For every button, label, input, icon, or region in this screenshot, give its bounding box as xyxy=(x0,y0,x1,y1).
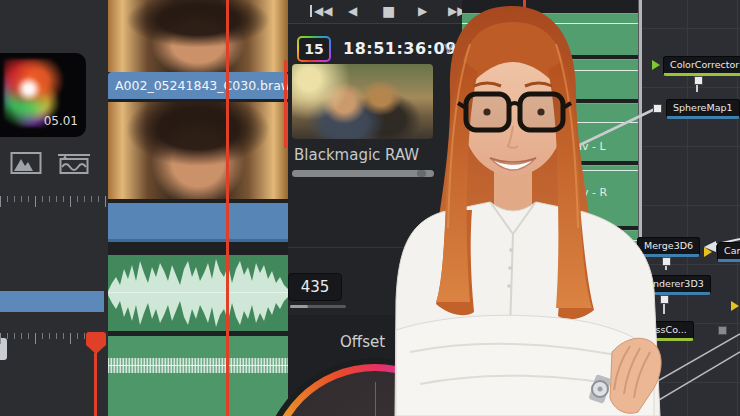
node-input-yellow-icon[interactable] xyxy=(704,247,712,257)
parameter-value-box[interactable]: 435 xyxy=(288,273,342,301)
video-thumbnail-1[interactable] xyxy=(108,0,288,72)
video-clip-bar[interactable] xyxy=(108,203,288,242)
histogram-glyph xyxy=(10,151,42,177)
skip-to-start-button[interactable]: ◀◀ xyxy=(314,3,332,20)
clip-filename-label[interactable]: A002_05241843_C030.braw xyxy=(108,72,288,99)
node-output-port[interactable] xyxy=(694,76,703,85)
clip-bar-blue[interactable] xyxy=(0,291,104,312)
davinci-resolve-collage: 05.01 A002_05241843_ xyxy=(0,0,740,416)
timeline-ruler-bottom[interactable] xyxy=(0,333,92,347)
audio-clip-waveform[interactable] xyxy=(108,255,288,331)
clip-color-badge: 15 xyxy=(297,36,331,62)
node-camera3d[interactable]: Cam xyxy=(717,242,740,262)
scope-time-readout: 05.01 xyxy=(44,114,78,128)
waveform-glyph xyxy=(57,151,91,177)
timeline-ruler-top[interactable] xyxy=(0,196,108,212)
video-thumbnail-2[interactable] xyxy=(108,102,288,199)
clip-selection-edge xyxy=(284,60,287,148)
node-input-yellow-icon[interactable] xyxy=(731,301,739,311)
parameter-slider[interactable] xyxy=(290,305,346,308)
scope-panel: 05.01 xyxy=(0,0,108,416)
vectorscope-display: 05.01 xyxy=(0,53,86,137)
playhead-marker[interactable] xyxy=(86,332,106,345)
clip-badge-number: 15 xyxy=(299,38,329,60)
skip-start-bar xyxy=(310,5,312,17)
node-output-port-gray[interactable] xyxy=(718,326,727,335)
histogram-icon[interactable] xyxy=(6,144,46,184)
timeline-playhead[interactable] xyxy=(226,0,229,416)
presenter-figure xyxy=(350,0,680,416)
waveform-scope-icon[interactable] xyxy=(54,144,94,184)
audio-waveform xyxy=(108,255,288,331)
audio-clip-2[interactable] xyxy=(108,336,288,416)
playhead-marker-line xyxy=(94,353,97,416)
timeline-clip-column: A002_05241843_C030.braw xyxy=(108,0,288,416)
